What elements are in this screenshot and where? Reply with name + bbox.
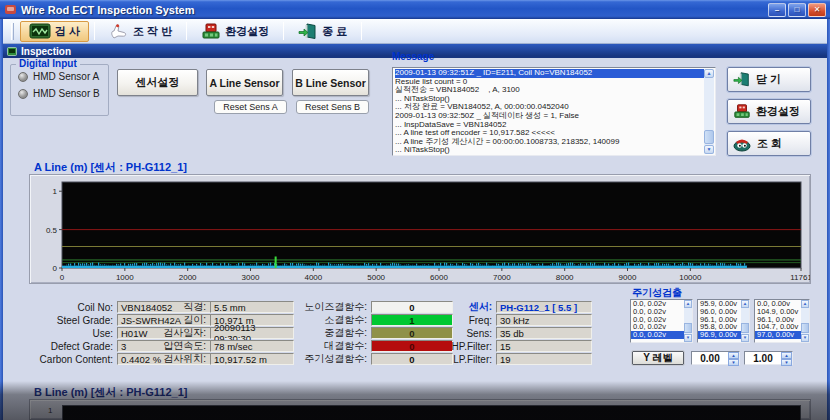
message-scrollbar[interactable]: ▲ ▼ bbox=[704, 69, 714, 154]
svg-text:1000: 1000 bbox=[116, 273, 134, 282]
scroll-up-icon[interactable]: ▲ bbox=[741, 300, 749, 308]
periodic-list-item[interactable]: 97.0, 0.00v bbox=[755, 331, 801, 339]
periodic-list-item[interactable]: 96.9, 0.00v bbox=[698, 331, 741, 339]
a-line-plot: 0100020003000400050006000700080009000100… bbox=[30, 175, 810, 283]
svg-text:7000: 7000 bbox=[493, 273, 511, 282]
scroll-thumb[interactable] bbox=[741, 323, 749, 333]
scroll-up-icon[interactable]: ▲ bbox=[684, 300, 692, 308]
svg-text:11761: 11761 bbox=[790, 273, 810, 282]
periodic-list-2-scrollbar[interactable]: ▲ ▼ bbox=[801, 300, 809, 342]
toolbar-separator bbox=[186, 22, 187, 40]
spin-up-icon[interactable]: ▲ bbox=[781, 352, 792, 359]
y-level-high-value[interactable]: 1.00 bbox=[745, 352, 781, 364]
field-label: Freq: bbox=[448, 315, 496, 326]
minimize-button[interactable]: – bbox=[768, 3, 786, 17]
main-toolbar: 검 사 조 작 반 환경설정 bbox=[3, 19, 827, 44]
toolbar-control-panel-button[interactable]: 조 작 반 bbox=[100, 21, 181, 42]
scroll-thumb[interactable] bbox=[801, 323, 809, 333]
scroll-down-icon[interactable]: ▼ bbox=[684, 334, 692, 342]
machine-icon bbox=[201, 23, 221, 40]
field-label: 소결함수: bbox=[295, 313, 371, 327]
info-row: 노이즈결함수:0 bbox=[295, 301, 453, 313]
svg-text:5000: 5000 bbox=[367, 273, 385, 282]
field-label: 대결함수: bbox=[295, 339, 371, 353]
maximize-button[interactable]: □ bbox=[788, 3, 806, 17]
a-line-sensor-button[interactable]: A Line Sensor bbox=[206, 69, 283, 96]
toolbar-separator bbox=[94, 22, 95, 40]
hmd-sensor-b-row: HMD Sensor B bbox=[18, 88, 108, 99]
spin-down-icon[interactable]: ▼ bbox=[728, 359, 739, 366]
periodic-list-0: 0.0, 0.02v0.0, 0.02v0.0, 0.02v0.0, 0.02v… bbox=[630, 299, 693, 343]
query-button[interactable]: 조 회 bbox=[727, 131, 811, 156]
field-value: 19 bbox=[496, 353, 592, 365]
field-label: 직경: bbox=[155, 300, 210, 314]
settings-page-label: 환경설정 bbox=[756, 104, 800, 119]
toolbar-inspection-label: 검 사 bbox=[55, 24, 80, 39]
app-icon bbox=[4, 3, 17, 16]
toolbar-gripper[interactable] bbox=[11, 23, 14, 40]
toolbar-inspection-button[interactable]: 검 사 bbox=[20, 21, 89, 42]
svg-text:6000: 6000 bbox=[430, 273, 448, 282]
exit-door-icon bbox=[298, 23, 318, 40]
periodic-list-1-scrollbar[interactable]: ▲ ▼ bbox=[741, 300, 749, 342]
spec-info-panel: 직경:5.5 mm길이:10,971 m검사일자:20090113 09:30:… bbox=[155, 301, 294, 365]
b-line-chart: 1 bbox=[29, 399, 811, 420]
scroll-up-icon[interactable]: ▲ bbox=[801, 300, 809, 308]
toolbar-settings-button[interactable]: 환경설정 bbox=[192, 21, 278, 42]
toolbar-separator bbox=[361, 22, 362, 40]
digital-input-title: Digital Input bbox=[16, 58, 80, 69]
scroll-down-icon[interactable]: ▼ bbox=[801, 334, 809, 342]
b-line-ytick: 1 bbox=[48, 406, 52, 415]
y-level-low-value[interactable]: 0.00 bbox=[692, 352, 728, 364]
svg-text:9000: 9000 bbox=[619, 273, 637, 282]
close-button[interactable]: ✕ bbox=[808, 3, 826, 17]
scroll-up-icon[interactable]: ▲ bbox=[704, 69, 714, 78]
info-row: 직경:5.5 mm bbox=[155, 301, 294, 313]
a-line-title: A Line (m) [센서 : PH-G112_1] bbox=[34, 160, 187, 175]
close-page-button[interactable]: 닫 기 bbox=[727, 67, 811, 92]
spin-down-icon[interactable]: ▼ bbox=[781, 359, 792, 366]
sensor-setup-button[interactable]: 센서설정 bbox=[117, 69, 198, 96]
reset-sens-b-button[interactable]: Reset Sens B bbox=[296, 100, 369, 114]
field-value: 0 bbox=[371, 340, 453, 352]
field-value: 20090113 09:30:30 bbox=[210, 327, 294, 339]
hand-icon bbox=[109, 23, 129, 40]
scroll-down-icon[interactable]: ▼ bbox=[704, 145, 714, 154]
info-row: 소결함수:1 bbox=[295, 314, 453, 326]
reset-sens-a-button[interactable]: Reset Sens A bbox=[214, 100, 287, 114]
field-value: 30 kHz bbox=[496, 314, 592, 326]
query-label: 조 회 bbox=[757, 136, 782, 151]
toolbar-settings-label: 환경설정 bbox=[225, 24, 269, 39]
b-line-sensor-button[interactable]: B Line Sensor bbox=[292, 69, 369, 96]
message-line[interactable]: ... NiTaskStop() bbox=[395, 146, 704, 155]
field-label: HP.Filter: bbox=[448, 341, 496, 352]
info-row: Sens:35 db bbox=[448, 327, 592, 339]
defect-count-panel: 노이즈결함수:0소결함수:1중결함수:0대결함수:0주기성결함수:0 bbox=[295, 301, 453, 365]
svg-text:4000: 4000 bbox=[304, 273, 322, 282]
scroll-thumb[interactable] bbox=[684, 323, 692, 333]
y-level-high-spinner: 1.00 ▲▼ bbox=[744, 351, 793, 365]
toolbar-exit-button[interactable]: 종 료 bbox=[289, 21, 356, 42]
svg-text:10000: 10000 bbox=[679, 273, 702, 282]
waveform-icon bbox=[29, 23, 51, 39]
field-value: 0 bbox=[371, 301, 453, 313]
periodic-title: 주기성검출 bbox=[632, 286, 682, 300]
window-frame-left bbox=[0, 19, 3, 420]
spin-up-icon[interactable]: ▲ bbox=[728, 352, 739, 359]
settings-page-button[interactable]: 환경설정 bbox=[727, 99, 811, 124]
app-window: Wire Rod ECT Inspection System – □ ✕ 검 사… bbox=[0, 0, 830, 420]
hmd-sensor-b-led bbox=[18, 89, 28, 99]
field-label: 주기성결함수: bbox=[295, 352, 371, 366]
field-label: 압연속도: bbox=[155, 339, 210, 353]
info-row: Freq:30 kHz bbox=[448, 314, 592, 326]
field-value: 78 m/sec bbox=[210, 340, 294, 352]
sensor-info-panel: 센서:PH-G112_1 [ 5.5 ]Freq:30 kHzSens:35 d… bbox=[448, 301, 592, 365]
periodic-list-0-scrollbar[interactable]: ▲ ▼ bbox=[684, 300, 692, 342]
b-line-plot bbox=[62, 405, 801, 420]
svg-text:1: 1 bbox=[53, 187, 58, 196]
scroll-thumb[interactable] bbox=[704, 130, 714, 144]
info-row: 대결함수:0 bbox=[295, 340, 453, 352]
periodic-list-item[interactable]: 0.0, 0.02v bbox=[631, 331, 684, 339]
scroll-down-icon[interactable]: ▼ bbox=[741, 334, 749, 342]
y-level-button[interactable]: Y 레벨 bbox=[632, 351, 684, 365]
